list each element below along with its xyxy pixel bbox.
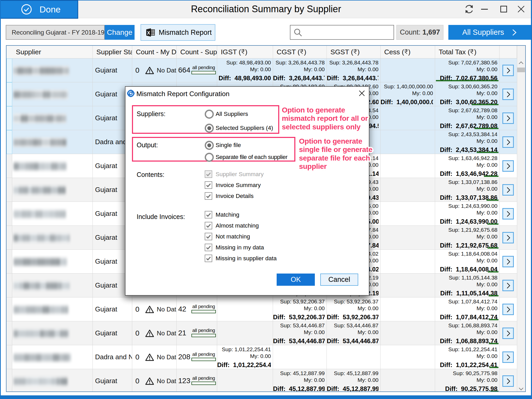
svg-text:X: X [147,30,150,36]
